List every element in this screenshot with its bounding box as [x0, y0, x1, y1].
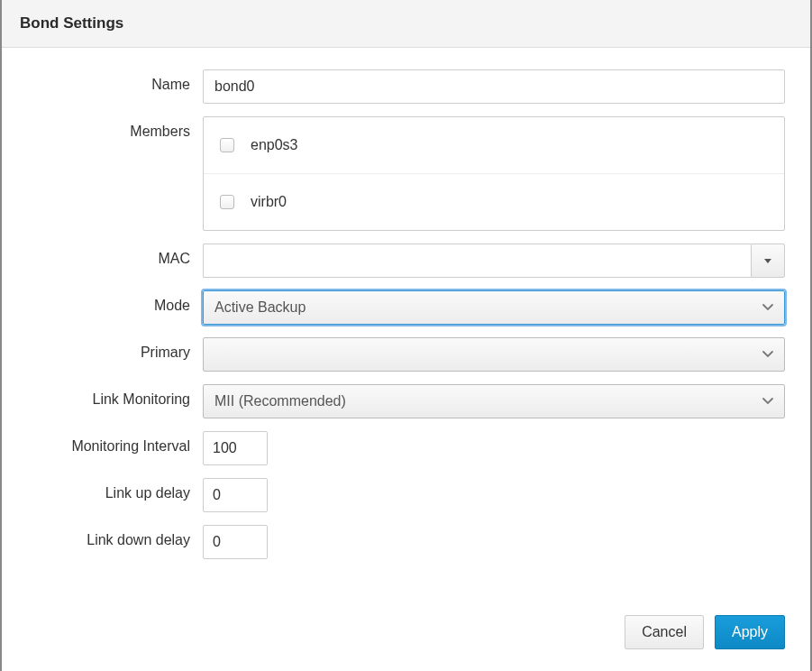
- label-link-down-delay: Link down delay: [27, 525, 203, 548]
- mac-input[interactable]: [203, 244, 751, 278]
- label-link-up-delay: Link up delay: [27, 478, 203, 501]
- member-label: enp0s3: [251, 137, 298, 153]
- members-list: enp0s3 virbr0: [203, 116, 785, 231]
- label-monitoring-interval: Monitoring Interval: [27, 431, 203, 455]
- caret-down-icon: [764, 259, 771, 263]
- modal-footer: Cancel Apply: [2, 599, 810, 671]
- mode-select-value: Active Backup: [214, 299, 306, 316]
- member-item: virbr0: [204, 173, 784, 230]
- chevron-down-icon: [762, 351, 773, 358]
- mac-dropdown-button[interactable]: [751, 244, 785, 278]
- mac-combo: [203, 244, 785, 278]
- monitoring-interval-input[interactable]: [203, 431, 268, 465]
- label-primary: Primary: [27, 337, 203, 361]
- member-checkbox[interactable]: [220, 138, 234, 152]
- link-monitoring-select-value: MII (Recommended): [214, 393, 346, 409]
- label-members: Members: [27, 116, 203, 140]
- modal-body: Name Members enp0s3 virbr0: [2, 48, 810, 599]
- label-name: Name: [27, 69, 203, 93]
- label-link-monitoring: Link Monitoring: [27, 384, 203, 408]
- row-mac: MAC: [27, 244, 785, 278]
- chevron-down-icon: [762, 398, 773, 405]
- cancel-button[interactable]: Cancel: [625, 615, 704, 649]
- row-link-monitoring: Link Monitoring MII (Recommended): [27, 384, 785, 418]
- link-up-delay-input[interactable]: [203, 478, 268, 512]
- member-checkbox[interactable]: [220, 195, 234, 209]
- member-label: virbr0: [251, 194, 287, 210]
- apply-button[interactable]: Apply: [715, 615, 785, 649]
- modal-header: Bond Settings: [2, 0, 810, 48]
- row-name: Name: [27, 69, 785, 104]
- name-input[interactable]: [203, 69, 785, 104]
- row-monitoring-interval: Monitoring Interval: [27, 431, 785, 465]
- label-mode: Mode: [27, 290, 203, 314]
- row-link-down-delay: Link down delay: [27, 525, 785, 559]
- row-members: Members enp0s3 virbr0: [27, 116, 785, 231]
- row-link-up-delay: Link up delay: [27, 478, 785, 512]
- row-mode: Mode Active Backup: [27, 290, 785, 325]
- mode-select[interactable]: Active Backup: [203, 290, 785, 325]
- member-item: enp0s3: [204, 117, 784, 173]
- label-mac: MAC: [27, 244, 203, 267]
- primary-select[interactable]: [203, 337, 785, 372]
- bond-settings-modal: Bond Settings Name Members enp0s3 virbr0: [0, 0, 812, 671]
- chevron-down-icon: [762, 304, 773, 311]
- link-monitoring-select[interactable]: MII (Recommended): [203, 384, 785, 418]
- modal-title: Bond Settings: [20, 14, 792, 32]
- row-primary: Primary: [27, 337, 785, 372]
- link-down-delay-input[interactable]: [203, 525, 268, 559]
